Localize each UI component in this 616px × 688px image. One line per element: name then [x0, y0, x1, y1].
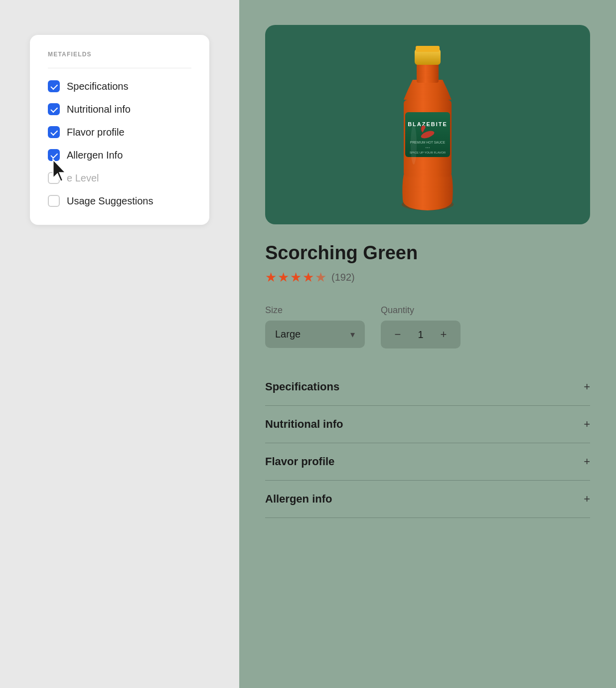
size-label: Size — [265, 305, 365, 316]
checkbox-item-flavor-profile[interactable]: Flavor profile — [48, 126, 191, 138]
star-3: ★ — [290, 270, 302, 285]
accordion-expand-icon-nutritional-info: + — [584, 418, 590, 431]
checkbox-item-specifications[interactable]: Specifications — [48, 80, 191, 92]
chevron-down-icon: ▾ — [350, 329, 355, 340]
checkbox-label-spice-level: e Level — [67, 172, 99, 184]
size-select-text: Large — [275, 329, 301, 340]
accordion-expand-icon-specifications: + — [584, 380, 590, 393]
quantity-label: Quantity — [381, 305, 461, 316]
star-1: ★ — [265, 270, 277, 285]
right-panel: BLAZEBITE PREMIUM HOT SAUCE • • • SPICE … — [239, 0, 616, 688]
quantity-value: 1 — [415, 329, 427, 341]
quantity-decrease-button[interactable]: − — [391, 328, 405, 342]
divider — [48, 68, 191, 68]
rating-row: ★ ★ ★ ★ ★ (192) — [265, 270, 355, 285]
checkbox-item-allergen-info[interactable]: Allergen Info — [48, 149, 191, 161]
quantity-increase-button[interactable]: + — [437, 328, 451, 342]
star-4: ★ — [303, 270, 314, 285]
checkbox-label-flavor-profile: Flavor profile — [67, 127, 125, 138]
svg-point-11 — [411, 125, 417, 165]
accordion-item-allergen-info[interactable]: Allergen info + — [265, 481, 590, 518]
product-bottle-image: BLAZEBITE PREMIUM HOT SAUCE • • • SPICE … — [378, 35, 477, 214]
metafields-title: METAFIELDS — [48, 51, 191, 58]
svg-text:• • •: • • • — [426, 146, 430, 149]
product-image-container: BLAZEBITE PREMIUM HOT SAUCE • • • SPICE … — [265, 25, 590, 224]
checkbox-label-usage-suggestions: Usage Suggestions — [67, 195, 153, 207]
accordion-label-flavor-profile: Flavor profile — [265, 455, 334, 468]
checkbox-item-usage-suggestions[interactable]: Usage Suggestions — [48, 195, 191, 207]
product-name: Scorching Green — [265, 242, 418, 264]
quantity-option-group: Quantity − 1 + — [381, 305, 461, 348]
star-5: ★ — [315, 270, 326, 285]
checkbox-allergen-info[interactable] — [48, 149, 60, 161]
checkbox-flavor-profile[interactable] — [48, 126, 60, 138]
size-select[interactable]: Large ▾ — [265, 321, 365, 348]
review-count: (192) — [331, 272, 355, 283]
checkbox-item-nutritional-info[interactable]: Nutritional info — [48, 103, 191, 115]
metafields-card: METAFIELDS Specifications Nutritional in… — [30, 35, 209, 225]
quantity-control: − 1 + — [381, 321, 461, 348]
checkbox-spice-level[interactable] — [48, 172, 60, 184]
stars: ★ ★ ★ ★ ★ — [265, 270, 326, 285]
checkbox-label-allergen-info: Allergen Info — [67, 150, 123, 161]
checkbox-usage-suggestions[interactable] — [48, 195, 60, 207]
accordion-expand-icon-allergen-info: + — [584, 493, 590, 506]
checkbox-nutritional-info[interactable] — [48, 103, 60, 115]
accordion-label-specifications: Specifications — [265, 380, 339, 393]
left-panel: METAFIELDS Specifications Nutritional in… — [0, 0, 239, 688]
accordion-item-flavor-profile[interactable]: Flavor profile + — [265, 443, 590, 481]
accordion-list: Specifications + Nutritional info + Flav… — [265, 368, 590, 518]
accordion-expand-icon-flavor-profile: + — [584, 455, 590, 468]
checkbox-item-spice-level[interactable]: e Level — [48, 172, 191, 184]
size-option-group: Size Large ▾ — [265, 305, 365, 348]
checkbox-label-nutritional-info: Nutritional info — [67, 104, 131, 115]
star-2: ★ — [278, 270, 289, 285]
svg-rect-4 — [416, 46, 440, 52]
checkbox-label-specifications: Specifications — [67, 81, 128, 92]
options-row: Size Large ▾ Quantity − 1 + — [265, 305, 590, 348]
accordion-label-allergen-info: Allergen info — [265, 493, 332, 506]
accordion-item-nutritional-info[interactable]: Nutritional info + — [265, 406, 590, 443]
accordion-label-nutritional-info: Nutritional info — [265, 418, 343, 431]
accordion-item-specifications[interactable]: Specifications + — [265, 368, 590, 406]
checkbox-specifications[interactable] — [48, 80, 60, 92]
checkbox-list: Specifications Nutritional info Flavor p… — [48, 80, 191, 207]
